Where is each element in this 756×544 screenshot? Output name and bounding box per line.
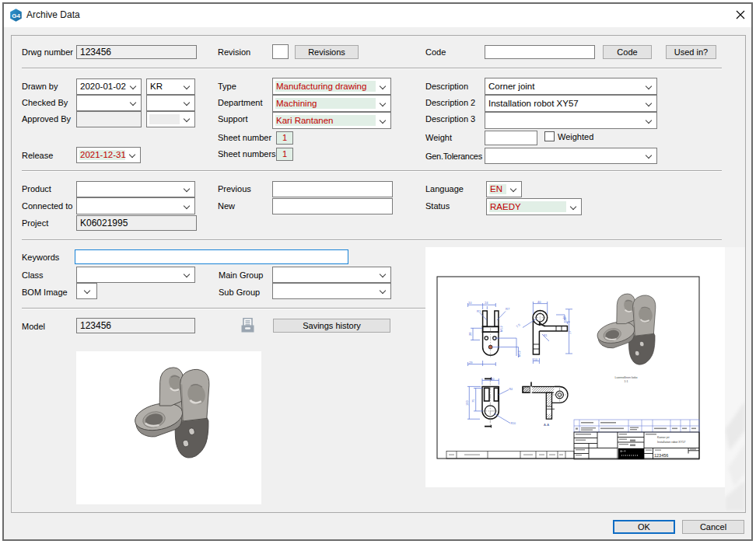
svg-text:24: 24: [485, 301, 488, 305]
svg-text:29: 29: [469, 361, 473, 364]
svg-text:25: 25: [563, 316, 566, 319]
svg-text:17: 17: [568, 330, 572, 334]
svg-text:40: 40: [537, 300, 541, 304]
svg-text:Korner jnt: Korner jnt: [657, 436, 670, 439]
svg-text:40: 40: [491, 377, 495, 381]
svg-text:Luonnollinen koko: Luonnollinen koko: [615, 376, 638, 379]
svg-text:Installation robot XY57: Installation robot XY57: [657, 441, 685, 444]
svg-text:R1: R1: [477, 309, 481, 313]
svg-text:M12: M12: [517, 350, 521, 357]
svg-text:G4: G4: [12, 12, 20, 19]
svg-text:123456: 123456: [654, 453, 668, 458]
svg-text:R7: R7: [506, 307, 510, 311]
svg-text:1:1: 1:1: [625, 380, 628, 383]
svg-text:100: 100: [465, 400, 469, 406]
svg-text:28: 28: [468, 332, 472, 336]
svg-text:75: 75: [471, 399, 475, 403]
svg-text:M12: M12: [499, 325, 503, 332]
svg-text:R1: R1: [544, 334, 548, 337]
svg-text:10: 10: [468, 301, 472, 305]
svg-text:10: 10: [534, 357, 538, 361]
svg-text:7.5: 7.5: [515, 323, 521, 329]
svg-text:R4: R4: [509, 388, 513, 391]
svg-text:R10: R10: [511, 422, 516, 425]
svg-text:A-A: A-A: [544, 423, 549, 427]
